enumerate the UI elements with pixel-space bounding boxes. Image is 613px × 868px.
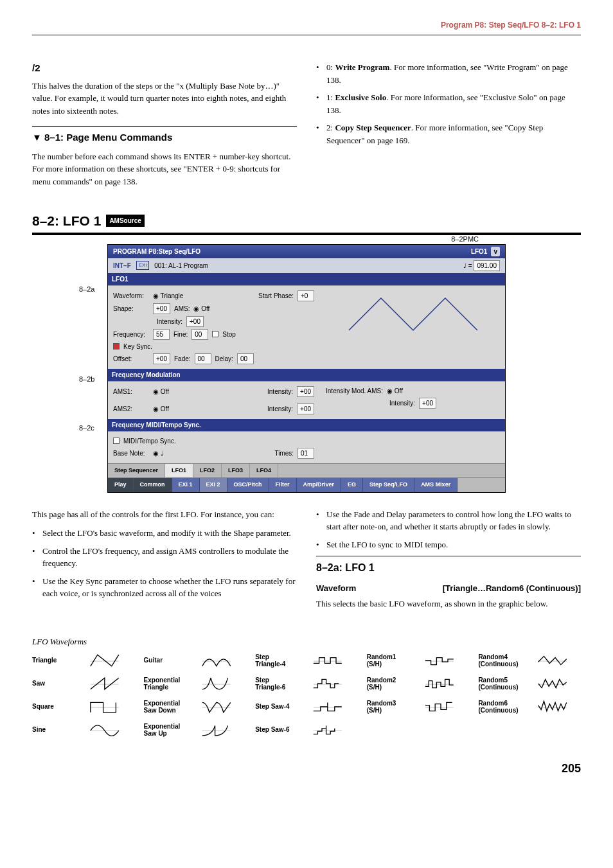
- wave-item: Step Saw-4: [255, 700, 358, 714]
- param-range: [Triangle…Random6 (Continuous)]: [443, 582, 581, 595]
- amsource-badge: AMSource: [106, 215, 144, 227]
- menu-heading: 8–1: Page Menu Commands: [32, 130, 297, 145]
- fade-value[interactable]: 00: [195, 353, 211, 364]
- ams1-int-label: Intensity:: [267, 387, 293, 396]
- tab-lfo3[interactable]: LFO3: [222, 464, 250, 478]
- callout-8-2c: 8–2c: [79, 423, 94, 434]
- callout-pmc: 8–2PMC: [451, 234, 479, 245]
- fine-value[interactable]: 00: [191, 329, 208, 340]
- wave-name: Triangle: [32, 657, 69, 664]
- ams2-select[interactable]: Off: [153, 404, 169, 414]
- wave-item: Random5 (Continuous): [478, 677, 581, 691]
- freq-value[interactable]: 55: [153, 329, 170, 340]
- wave-icon: [75, 700, 135, 714]
- menu-dropdown-icon[interactable]: v: [491, 247, 500, 256]
- ams1-label: AMS1:: [113, 387, 149, 396]
- wave-name: Random3 (S/H): [367, 700, 404, 714]
- wave-name: Step Triangle-4: [255, 653, 292, 668]
- ams2-label: AMS2:: [113, 404, 149, 414]
- tab-play[interactable]: Play: [108, 478, 134, 492]
- wave-name: Square: [32, 703, 69, 710]
- ui-screenshot: PROGRAM P8:Step Seq/LFO LFO1 v INT–F EXi…: [107, 244, 506, 493]
- tempo-field[interactable]: ♩ = 091.00: [463, 260, 500, 271]
- tab-ams-mixer[interactable]: AMS Mixer: [414, 478, 458, 492]
- offset-value[interactable]: +00: [153, 353, 170, 364]
- wave-icon: [298, 677, 358, 691]
- wave-name: Exponential Saw Down: [144, 700, 181, 714]
- half-body: This halves the duration of the steps or…: [32, 80, 297, 118]
- wave-name: Saw: [32, 680, 69, 687]
- lfo1-panel: Waveform: Triangle Start Phase: +0 Shape…: [108, 285, 505, 369]
- tab-exi-2[interactable]: EXi 2: [200, 478, 227, 492]
- startphase-value[interactable]: +0: [298, 290, 314, 301]
- tab-step-sequencer[interactable]: Step Sequencer: [108, 464, 165, 478]
- wave-icon: [186, 700, 247, 714]
- tab-amp-driver[interactable]: Amp/Driver: [297, 478, 342, 492]
- wave-item: Square: [32, 700, 135, 714]
- window-title: PROGRAM P8:Step Seq/LFO: [113, 247, 200, 256]
- title-right-label: LFO1: [471, 247, 488, 256]
- waveform-select[interactable]: Triangle: [153, 291, 183, 301]
- menu-command-item: 2: Copy Step Sequencer. For more informa…: [316, 121, 581, 146]
- menu-command-list: 0: Write Program. For more information, …: [316, 61, 581, 146]
- tab-filter[interactable]: Filter: [269, 478, 297, 492]
- wave-name: Step Saw-6: [255, 726, 292, 733]
- basenote-select[interactable]: ♩: [153, 448, 164, 458]
- page-number: 205: [32, 760, 581, 777]
- tab-lfo1[interactable]: LFO1: [165, 464, 193, 478]
- offset-label: Offset:: [113, 354, 149, 364]
- wave-name: Random1 (S/H): [367, 653, 404, 668]
- intensity-value[interactable]: +00: [186, 316, 204, 327]
- wave-icon: [298, 723, 358, 737]
- stop-checkbox[interactable]: [212, 331, 218, 337]
- wave-item: Random4 (Continuous): [478, 653, 581, 668]
- sec-8-2a-title: 8–2a: LFO 1: [316, 556, 581, 576]
- ams1-select[interactable]: Off: [153, 387, 169, 396]
- wave-icon: [524, 700, 581, 714]
- tempo-value[interactable]: 091.00: [474, 260, 500, 271]
- callout-8-2b: 8–2b: [79, 374, 94, 385]
- tab-eg[interactable]: EG: [341, 478, 363, 492]
- right-col: 0: Write Program. For more information, …: [316, 61, 581, 194]
- wave-item: Random1 (S/H): [367, 653, 470, 668]
- wave-column: GuitarExponential TriangleExponential Sa…: [144, 653, 247, 746]
- delay-label: Delay:: [215, 354, 233, 364]
- wave-item: Random3 (S/H): [367, 700, 470, 714]
- freqmod-section-label: Frequency Modulation: [108, 369, 505, 381]
- imams-select[interactable]: Off: [387, 386, 403, 396]
- keysync-label: Key Sync.: [123, 342, 152, 351]
- tab-common[interactable]: Common: [134, 478, 172, 492]
- midisync-checkbox[interactable]: [113, 438, 120, 444]
- keysync-checkbox[interactable]: [113, 343, 120, 350]
- program-name[interactable]: 001: AL-1 Program: [154, 261, 208, 270]
- wave-icon: [75, 677, 135, 691]
- wave-icon: [298, 653, 358, 668]
- times-value[interactable]: 01: [298, 448, 314, 459]
- imams-label: Intensity Mod. AMS:: [326, 386, 383, 396]
- tab-osc-pitch[interactable]: OSC/Pitch: [227, 478, 269, 492]
- waveform-label: Waveform:: [113, 291, 149, 301]
- intro-left-list: Select the LFO's basic waveform, and mod…: [32, 527, 297, 600]
- wave-name: Random2 (S/H): [367, 677, 404, 691]
- tab-lfo4[interactable]: LFO4: [250, 464, 278, 478]
- tab-step-seq-lfo[interactable]: Step Seq/LFO: [363, 478, 414, 492]
- param-line: Waveform [Triangle…Random6 (Continuous)]: [316, 582, 581, 595]
- feature-item: Use the Fade and Delay parameters to con…: [316, 508, 581, 533]
- intro-right-list: Use the Fade and Delay parameters to con…: [316, 508, 581, 551]
- ams2-int-value[interactable]: +00: [297, 403, 314, 414]
- ams1-int-value[interactable]: +00: [297, 386, 314, 397]
- tab-lfo2[interactable]: LFO2: [193, 464, 222, 478]
- menu-command-item: 1: Exclusive Solo. For more information,…: [316, 91, 581, 116]
- intro-text: This page has all of the controls for th…: [32, 508, 297, 521]
- startphase-label: Start Phase:: [258, 291, 294, 301]
- imint-label: Intensity:: [389, 398, 415, 408]
- delay-value[interactable]: 00: [237, 353, 254, 364]
- tab-exi-1[interactable]: EXi 1: [172, 478, 200, 492]
- shape-value[interactable]: +00: [153, 303, 170, 314]
- wave-name: Random6 (Continuous): [478, 700, 518, 714]
- bank-label: INT–F: [113, 261, 131, 270]
- callout-8-2a: 8–2a: [79, 284, 94, 295]
- wave-name: Exponential Triangle: [144, 677, 181, 691]
- ams-select[interactable]: Off: [193, 304, 209, 314]
- imint-value[interactable]: +00: [419, 398, 436, 409]
